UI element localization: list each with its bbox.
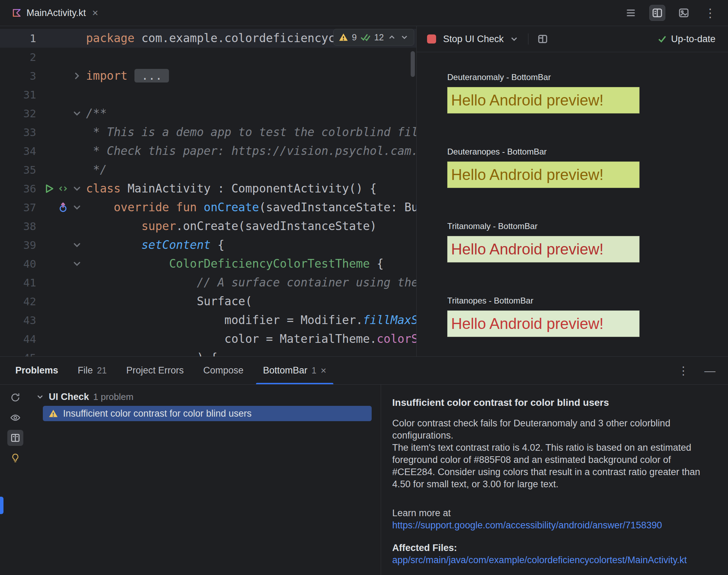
gutter: 44 [0,330,86,348]
chevron-down-icon[interactable] [400,33,409,42]
gutter-icons [36,182,86,195]
split-editor-icon[interactable] [649,5,665,21]
reader-mode-icon[interactable] [7,430,23,446]
code-line[interactable]: 34 * Check this paper: https://vision.ps… [0,142,416,160]
code-line[interactable]: 31 [0,85,416,104]
chevron-down-icon[interactable] [509,34,519,44]
tab-problems[interactable]: Problems [6,357,68,384]
warning-icon [48,409,58,418]
learn-more-link[interactable]: https://support.google.com/accessibility… [392,519,710,531]
line-number: 38 [0,217,36,236]
code-text: class MainActivity : ComponentActivity()… [86,179,416,198]
preview-label: Deuteranomaly - BottomBar [447,72,728,82]
code-line[interactable]: 38 super.onCreate(savedInstanceState) [0,217,416,236]
ui-check-toolbar: Stop UI Check Up-to-date [417,26,728,52]
warning-icon [339,32,348,42]
gutter: 1 [0,29,86,48]
fold-open-icon[interactable] [71,258,83,270]
code-line[interactable]: 42 Surface( [0,292,416,311]
preview-box[interactable]: Hello Android preview! [447,87,640,113]
gutter-icons [36,107,86,120]
code-line[interactable]: 35 */ [0,160,416,179]
line-number: 31 [0,85,36,104]
code-line[interactable]: 41 // A surface container using the 'bac… [0,273,416,292]
code-line[interactable]: 45 ) { [0,348,416,356]
run-icon[interactable] [43,182,55,195]
gutter: 31 [0,85,86,104]
problem-details-title: Insufficient color contrast for color bl… [392,396,710,409]
gutter: 45 [0,348,86,356]
tab-project-errors[interactable]: Project Errors [116,357,193,384]
structure-view-icon[interactable] [623,5,639,21]
problem-details-paragraph: Color contrast check fails for Deuterano… [392,417,710,442]
passed-count[interactable]: 12 [374,32,384,42]
tab-label: Compose [203,365,243,376]
tab-bottombar[interactable]: BottomBar1× [253,357,336,384]
code-text: */ [86,160,416,179]
gutter: 35 [0,160,86,179]
tab-label: Project Errors [126,365,184,376]
tab-file[interactable]: File21 [68,357,116,384]
problem-row-selected[interactable]: Insufficient color contrast for color bl… [43,406,372,421]
preview-item: Deuteranomaly - BottomBarHello Android p… [447,72,728,113]
editor-tab[interactable]: MainActivity.kt × [0,0,107,26]
fold-open-icon[interactable] [71,239,83,251]
code-text: /** [86,104,416,123]
code-line[interactable]: 39 setContent { [0,236,416,254]
layout-icon[interactable] [537,34,548,44]
code-text: Surface( [86,292,416,311]
code-line[interactable]: 32/** [0,104,416,123]
stop-icon[interactable] [427,34,436,44]
code-line[interactable]: 40 ColorDeficiencyColorTestTheme { [0,254,416,273]
line-number: 1 [0,29,36,48]
inspection-widget[interactable]: 9 12 [333,29,414,46]
tab-compose[interactable]: Compose [193,357,253,384]
fold-collapsed-icon[interactable] [71,70,83,82]
chevron-down-icon[interactable] [36,392,45,401]
tab-count: 21 [97,365,107,376]
fold-open-icon[interactable] [71,201,83,214]
code-line[interactable]: 3import ... [0,66,416,85]
close-icon[interactable]: × [92,8,99,18]
fold-open-icon[interactable] [71,107,83,120]
line-number: 35 [0,160,36,179]
code-area: 1package com.example.colordeficiencycolo… [0,29,416,356]
preview-box[interactable]: Hello Android preview! [447,162,640,188]
problems-group-header[interactable]: UI Check 1 problem [31,389,381,405]
gutter: 40 [0,254,86,273]
gutter-icons [36,258,86,270]
code-line[interactable]: 2 [0,48,416,66]
stop-ui-check-button[interactable]: Stop UI Check [443,34,504,45]
preview-box[interactable]: Hello Android preview! [447,310,640,337]
more-options-icon[interactable]: ⋮ [702,5,718,21]
override-icon[interactable] [57,201,69,214]
code-text: color = MaterialTheme.colorScheme.backgr… [86,330,416,348]
chevron-up-icon[interactable] [387,33,396,42]
build-status: Up-to-date [657,34,715,45]
rerun-icon[interactable] [7,389,23,405]
gutter: 36 [0,179,86,198]
affected-file-link[interactable]: app/src/main/java/com/example/colordefic… [392,554,710,566]
editor-scrollbar[interactable] [411,51,415,77]
code-line[interactable]: 36class MainActivity : ComponentActivity… [0,179,416,198]
preview-box[interactable]: Hello Android preview! [447,236,640,262]
line-number: 43 [0,311,36,330]
code-icon[interactable] [57,182,69,195]
line-number: 45 [0,348,36,356]
tool-window-stripe-accent[interactable] [0,497,3,514]
code-line[interactable]: 37 override fun onCreate(savedInstanceSt… [0,198,416,217]
code-line[interactable]: 33 * This is a demo app to test the colo… [0,123,416,142]
minimize-icon[interactable]: — [704,365,715,376]
code-editor[interactable]: 1package com.example.colordeficiencycolo… [0,26,417,356]
preview-label: Tritanomaly - BottomBar [447,221,728,231]
quick-fix-bulb-icon[interactable] [7,450,23,466]
code-line[interactable]: 43 modifier = Modifier.fillMaxSize(), [0,311,416,330]
check-icon [657,34,667,44]
preview-problem-eye-icon[interactable] [7,410,23,426]
warning-count[interactable]: 9 [352,32,357,42]
ui-preview-icon[interactable] [676,5,692,21]
more-options-icon[interactable]: ⋮ [678,365,689,376]
fold-open-icon[interactable] [71,182,83,195]
close-icon[interactable]: × [320,366,326,376]
code-line[interactable]: 44 color = MaterialTheme.colorScheme.bac… [0,330,416,348]
